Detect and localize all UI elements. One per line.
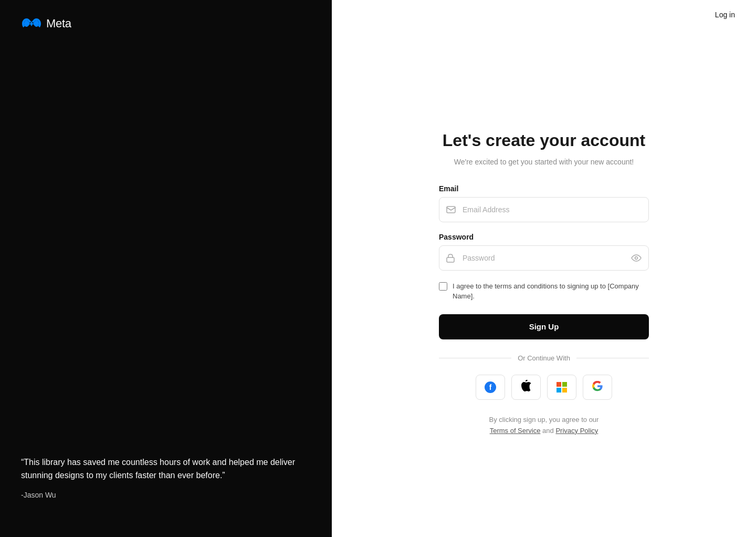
facebook-signin-button[interactable]: f <box>476 375 505 400</box>
google-signin-button[interactable] <box>583 375 612 400</box>
testimonial-author: -Jason Wu <box>21 491 311 499</box>
email-input-wrapper <box>439 197 649 222</box>
logo-area: Meta <box>21 17 311 30</box>
terms-and: and <box>542 427 554 435</box>
facebook-icon: f <box>485 381 496 393</box>
svg-point-2 <box>635 256 638 259</box>
signup-button[interactable]: Sign Up <box>439 314 649 339</box>
right-panel: Log in Let's create your account We're e… <box>332 0 756 537</box>
logo-text: Meta <box>46 17 71 30</box>
password-visibility-toggle[interactable] <box>631 254 642 262</box>
terms-text: By clicking sign up, you agree to our Te… <box>439 415 649 437</box>
testimonial-area: “This library has saved me countless hou… <box>21 456 311 499</box>
divider-left <box>439 358 511 358</box>
email-input[interactable] <box>439 197 649 222</box>
microsoft-signin-button[interactable] <box>547 375 576 400</box>
form-container: Let's create your account We're excited … <box>332 29 756 537</box>
terms-checkbox-row: I agree to the terms and conditions to s… <box>439 281 649 302</box>
password-input[interactable] <box>439 245 649 271</box>
social-buttons: f <box>439 375 649 400</box>
apple-icon <box>521 380 531 394</box>
testimonial-quote: “This library has saved me countless hou… <box>21 456 311 482</box>
microsoft-icon <box>556 382 567 393</box>
login-link[interactable]: Log in <box>715 11 735 19</box>
terms-of-service-link[interactable]: Terms of Service <box>490 427 541 435</box>
password-input-wrapper <box>439 245 649 271</box>
meta-logo-icon <box>21 17 42 30</box>
terms-checkbox[interactable] <box>439 282 447 291</box>
email-icon <box>446 206 456 213</box>
form-inner: Let's create your account We're excited … <box>439 130 649 437</box>
divider-row: Or Continue With <box>439 354 649 362</box>
svg-rect-0 <box>447 206 455 213</box>
divider-right <box>576 358 649 358</box>
lock-icon <box>446 253 455 263</box>
password-label: Password <box>439 233 649 241</box>
left-panel: Meta “This library has saved me countles… <box>0 0 332 537</box>
email-label: Email <box>439 184 649 193</box>
google-icon <box>592 381 603 393</box>
form-title: Let's create your account <box>439 130 649 150</box>
divider-text: Or Continue With <box>518 354 570 362</box>
terms-checkbox-label: I agree to the terms and conditions to s… <box>453 281 649 302</box>
privacy-policy-link[interactable]: Privacy Policy <box>555 427 598 435</box>
right-header: Log in <box>332 0 756 29</box>
form-subtitle: We're excited to get you started with yo… <box>439 157 649 168</box>
svg-rect-1 <box>447 257 454 262</box>
apple-signin-button[interactable] <box>511 375 541 400</box>
